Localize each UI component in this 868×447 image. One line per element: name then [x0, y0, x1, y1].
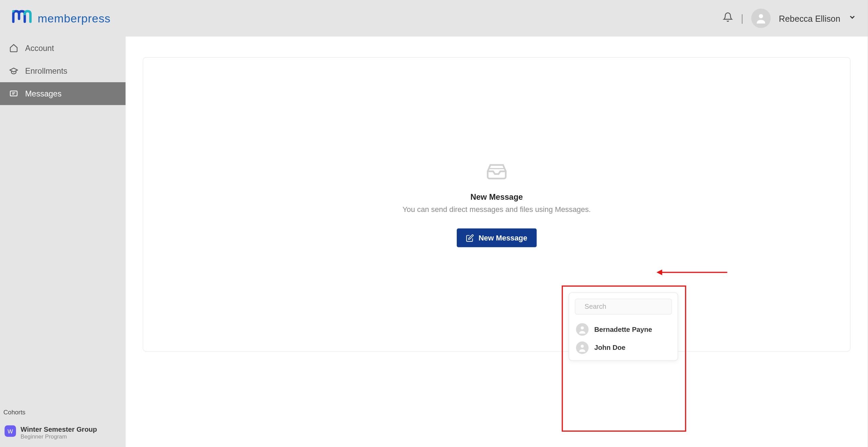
notifications-icon[interactable] [723, 12, 733, 24]
user-name[interactable]: Rebecca Ellison [779, 14, 840, 23]
sidebar-item-label: Enrollments [25, 66, 67, 75]
avatar-icon [576, 341, 589, 354]
graduation-icon [9, 66, 18, 75]
svg-point-1 [759, 14, 763, 18]
svg-rect-2 [10, 91, 17, 96]
recipient-name: John Doe [594, 344, 626, 352]
empty-state-title: New Message [402, 192, 591, 201]
svg-point-5 [581, 326, 584, 329]
user-avatar[interactable] [752, 8, 771, 28]
recipient-search-input[interactable] [584, 303, 670, 311]
main-content: New Message You can send direct messages… [126, 37, 868, 447]
new-message-button-label: New Message [478, 234, 527, 242]
annotation-arrow [661, 272, 727, 273]
inbox-icon [402, 160, 591, 184]
new-message-button[interactable]: New Message [457, 228, 536, 247]
sidebar-item-label: Account [25, 43, 54, 53]
sidebar-item-label: Messages [25, 89, 61, 98]
brand-name: memberpress [38, 12, 111, 25]
recipient-item[interactable]: Bernadette Payne [575, 320, 672, 339]
sidebar-item-enrollments[interactable]: Enrollments [0, 59, 126, 82]
sidebar: Account Enrollments Messages Cohorts W W… [0, 37, 126, 447]
cohorts-section-label: Cohorts [3, 409, 25, 416]
edit-icon [466, 234, 474, 242]
sidebar-item-account[interactable]: Account [0, 37, 126, 59]
message-icon [9, 89, 18, 98]
header: memberpress | Rebecca Ellison [0, 0, 868, 37]
brand-logo[interactable]: memberpress [12, 6, 111, 30]
cohort-subtitle: Beginner Program [21, 433, 97, 440]
recipient-name: Bernadette Payne [594, 325, 652, 334]
recipient-popover: Bernadette Payne John Doe [568, 292, 678, 361]
empty-state-subtitle: You can send direct messages and files u… [402, 205, 591, 213]
cohort-item[interactable]: W Winter Semester Group Beginner Program [4, 425, 97, 440]
cohort-badge: W [4, 425, 16, 437]
avatar-icon [576, 323, 589, 336]
recipient-search[interactable] [575, 299, 672, 315]
chevron-down-icon[interactable] [848, 13, 856, 23]
brand-mark-icon [12, 6, 34, 30]
empty-state: New Message You can send direct messages… [402, 160, 591, 247]
divider: | [741, 12, 744, 24]
cohort-title: Winter Semester Group [21, 425, 97, 433]
svg-point-0 [12, 10, 14, 12]
messages-card: New Message You can send direct messages… [143, 57, 850, 352]
sidebar-item-messages[interactable]: Messages [0, 82, 126, 105]
recipient-item[interactable]: John Doe [575, 339, 672, 357]
home-icon [9, 43, 18, 53]
svg-point-6 [581, 345, 584, 348]
